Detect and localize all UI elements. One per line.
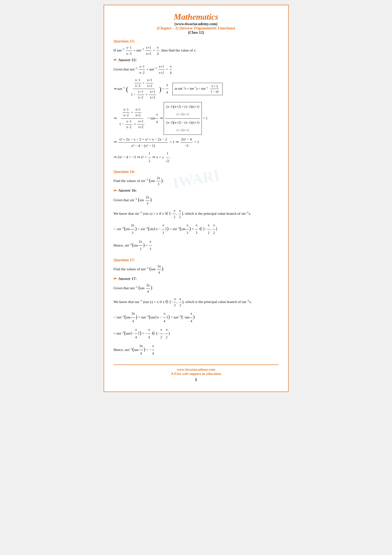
page-header: Mathematics (www.tiwariacademy.com) (Cha… — [114, 12, 279, 35]
question-16-text: Find the values of sin−1 (sin 2π3). — [114, 175, 279, 187]
footer-website: www.tiwariacademy.com — [114, 367, 279, 372]
answer-17-content: Given that tan−1 (tan 3π4) We know that … — [114, 282, 279, 357]
question-15-label: Question 15: — [114, 39, 279, 44]
page-title: Mathematics — [114, 12, 279, 22]
page-container: IWARI Mathematics (www.tiwariacademy.com… — [104, 5, 289, 392]
header-class: (Class 12) — [114, 30, 279, 35]
answer-15-label: ✏ Answer 15: — [114, 58, 279, 62]
answer-15-content: Given that tan−1 x−1x−2 + tan−1 x+1x+2 =… — [114, 64, 279, 165]
question-16-label: Question 16: — [114, 169, 279, 174]
header-chapter: (Chapter – 2) (Inverse Trigonometric Fun… — [114, 26, 279, 30]
page-footer: www.tiwariacademy.com A Free web support… — [114, 365, 279, 376]
pencil-icon-17: ✏ — [114, 277, 117, 281]
answer-16-content: Given that sin−1 (sin 2π3). We know that… — [114, 194, 279, 253]
footer-tagline: A Free web support in education — [114, 372, 279, 376]
answer-16-label: ✏ Answer 16: — [114, 188, 279, 193]
page-number: 5 — [114, 378, 279, 382]
question-17-text: Find the values of tan−1 (tan 3π4). — [114, 263, 279, 276]
answer-17-label: ✏ Answer 17: — [114, 277, 279, 281]
pencil-icon: ✏ — [114, 58, 117, 62]
question-17-label: Question 17: — [114, 258, 279, 263]
pencil-icon-16: ✏ — [114, 188, 117, 193]
question-15-text: If tan−1 x−1x−2 + tan−1 x+1x+2 = π4, the… — [114, 45, 279, 57]
header-website: (www.tiwariacademy.com) — [114, 22, 279, 26]
